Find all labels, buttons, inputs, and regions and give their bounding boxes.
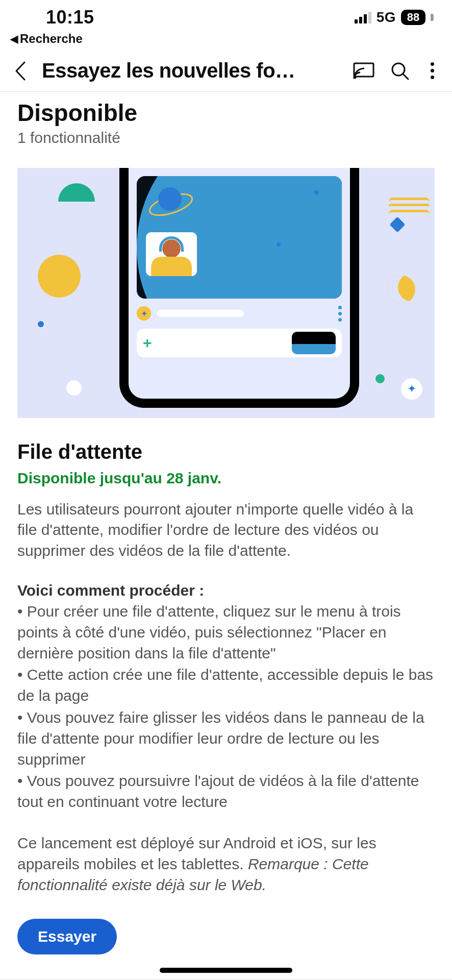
try-it-button[interactable]: Essayer	[17, 919, 117, 954]
svg-point-1	[354, 76, 357, 79]
divider	[0, 979, 452, 979]
feature-footnote: Ce lancement est déployé sur Android et …	[17, 833, 435, 895]
howto-title: Voici comment procéder :	[17, 582, 435, 599]
return-to-app-label: Recherche	[20, 32, 83, 46]
return-to-app[interactable]: ◀ Recherche	[0, 32, 452, 50]
feature-title: File d'attente	[17, 440, 435, 463]
svg-line-3	[403, 74, 408, 79]
status-time: 10:15	[46, 7, 94, 28]
home-indicator[interactable]	[160, 968, 292, 973]
section-subtitle: 1 fonctionnalité	[17, 129, 435, 146]
status-right: 5G 88	[355, 9, 434, 26]
feature-description: Les utilisateurs pourront ajouter n'impo…	[17, 499, 435, 561]
section-title: Disponible	[17, 100, 435, 126]
list-item: Vous pouvez poursuivre l'ajout de vidéos…	[17, 771, 435, 813]
svg-rect-0	[354, 63, 373, 77]
search-icon[interactable]	[390, 61, 410, 81]
app-header: Essayez les nouvelles fo…	[0, 50, 452, 92]
back-button[interactable]	[13, 60, 27, 82]
battery-tip-icon	[431, 14, 434, 21]
list-item: Cette action crée une file d'attente, ac…	[17, 665, 435, 706]
cast-icon[interactable]	[353, 62, 374, 80]
feature-illustration: ✦ ✦ +	[17, 168, 435, 418]
howto-list: Pour créer une file d'attente, cliquez s…	[17, 601, 435, 813]
content: Disponible 1 fonctionnalité ✦ ✦	[0, 92, 452, 979]
battery-badge: 88	[401, 10, 425, 25]
overflow-menu-icon[interactable]	[425, 62, 439, 79]
list-item: Pour créer une file d'attente, cliquez s…	[17, 601, 435, 664]
signal-icon	[355, 11, 371, 23]
page-title: Essayez les nouvelles fo…	[42, 59, 338, 82]
back-triangle-icon: ◀	[10, 33, 18, 45]
phone-mockup-icon: ✦ +	[119, 168, 359, 408]
network-label: 5G	[376, 9, 396, 26]
status-bar: 10:15 5G 88	[0, 0, 452, 32]
list-item: Vous pouvez faire glisser les vidéos dan…	[17, 707, 435, 770]
feature-availability: Disponible jusqu'au 28 janv.	[17, 470, 435, 487]
